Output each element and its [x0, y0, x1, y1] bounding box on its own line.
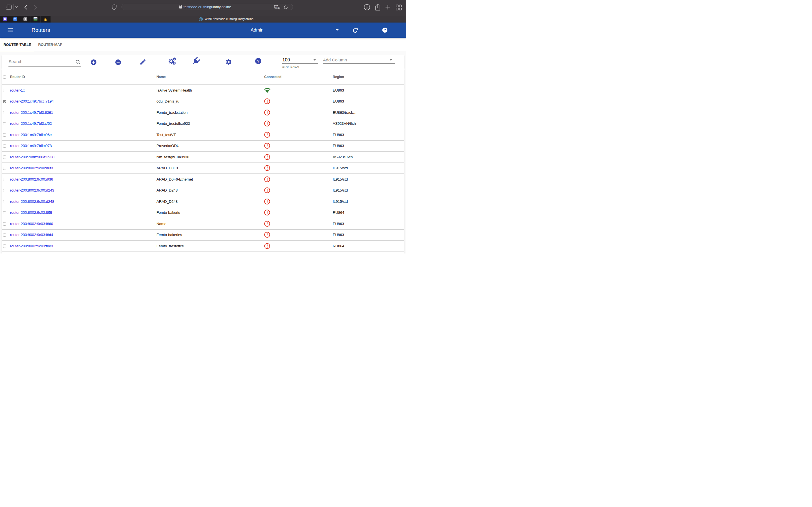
svg-text:?: ? [384, 28, 386, 32]
svg-text:A: A [275, 6, 277, 8]
svg-text:?: ? [257, 59, 259, 63]
